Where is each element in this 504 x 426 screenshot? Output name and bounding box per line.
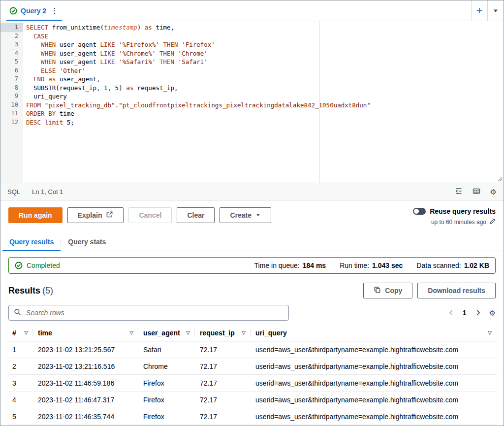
results-count: (5) [42,286,53,295]
line-number: 4 [0,49,23,58]
search-rows-input[interactable] [25,308,284,317]
table-toolbar: 1 ⚙ [8,305,496,321]
column-header-index[interactable]: #▽ [8,327,33,341]
metric-time-in-queue: Time in queue:184 ms [254,262,326,269]
query-tab[interactable]: Query 2 ⋮ [5,0,63,21]
reuse-results-toggle[interactable] [413,208,426,215]
table-row: 22023-11-02 13:21:16.516Chrome72.17useri… [8,358,497,375]
run-again-button[interactable]: Run again [8,207,63,223]
line-number: 12 [0,118,23,127]
copy-label: Copy [385,287,402,295]
pagination: 1 ⚙ [448,309,496,317]
line-number: 8 [0,84,23,93]
editor-language-label: SQL [7,188,20,196]
table-cell: 72.17 [195,408,251,425]
table-cell: 1 [8,341,33,358]
completed-icon [15,262,23,269]
table-cell: 2023-11-02 13:21:16.516 [33,358,138,375]
results-title: Results(5) [8,286,53,296]
create-dropdown-button[interactable]: Create [220,207,271,223]
current-page[interactable]: 1 [463,309,467,317]
external-link-icon [106,211,113,220]
table-cell: 2 [8,358,33,375]
line-number: 5 [0,58,23,66]
code-line: END as user_agent, [26,75,504,84]
metric-data-scanned: Data scanned:1.02 KB [416,262,489,269]
plus-icon: + [476,5,483,16]
table-cell: userid=aws_user&thirdpartyname=example.h… [251,408,497,425]
column-header-time[interactable]: time▽ [33,327,138,341]
table-row: 52023-11-02 11:46:35.744Firefox72.17user… [8,408,497,425]
sort-icon: ▽ [242,330,246,335]
chevron-down-icon [493,8,499,14]
tab-query-results[interactable]: Query results [2,238,61,251]
metric-label: Run time: [340,262,369,269]
next-page-button[interactable] [474,309,481,316]
format-query-button[interactable] [455,187,463,197]
format-icon [455,187,463,197]
explain-button[interactable]: Explain [67,207,124,223]
column-label: request_ip [200,329,235,337]
editor-resize-handle[interactable] [497,176,503,182]
code-line: FROM "pixel_tracking_db"."pt_cloudfrontp… [26,101,504,110]
print-margin-rule [319,21,320,183]
reuse-query-results: Reuse query results up to 60 minutes ago [413,207,496,226]
sort-icon: ▽ [186,330,190,335]
sort-icon: ▽ [488,330,492,335]
table-cell: userid=aws_user&thirdpartyname=example.h… [251,341,497,358]
new-query-button[interactable]: + [472,0,487,21]
column-header-uri-query[interactable]: uri_query▽ [251,327,497,341]
table-cell: userid=aws_user&thirdpartyname=example.h… [251,358,497,375]
column-label: time [38,329,52,337]
line-number: 3 [0,40,23,49]
edit-icon[interactable] [489,218,496,226]
table-cell: 72.17 [195,392,251,408]
caret-down-icon [255,211,261,219]
table-cell: Firefox [138,408,195,425]
results-tabs: Query results Query stats [0,233,504,251]
metric-value: 1.02 KB [464,262,489,269]
table-row: 12023-11-02 13:21:25.567Safari72.17useri… [8,341,497,358]
editor-toolbar-icons: ⚙ [455,187,497,197]
keyboard-shortcuts-button[interactable] [472,187,480,197]
cancel-button: Cancel [128,207,172,223]
metric-label: Time in queue: [254,262,300,269]
table-cell: 3 [8,375,33,392]
table-preferences-button[interactable]: ⚙ [489,309,496,317]
metric-value: 184 ms [303,262,326,269]
clear-button[interactable]: Clear [177,207,215,223]
query-tab-options-icon[interactable]: ⋮ [50,6,59,15]
code-line: WHEN user_agent LIKE '%Safari%' THEN 'Sa… [26,58,504,66]
line-number: 11 [0,109,23,118]
table-cell: Firefox [138,375,195,392]
query-metrics: Time in queue:184 ms Run time:1.043 sec … [254,262,489,269]
metric-label: Data scanned: [416,262,461,269]
table-cell: 4 [8,392,33,408]
column-label: user_agent [143,329,180,337]
query-tab-bar: Query 2 ⋮ + [0,0,504,21]
column-header-user-agent[interactable]: user_agent▽ [138,327,195,341]
code-line: WHEN user_agent LIKE '%Chrome%' THEN 'Ch… [26,49,504,58]
editor-status-bar: SQL Ln 1, Col 1 ⚙ [0,183,504,201]
gear-icon: ⚙ [489,309,496,317]
download-results-button[interactable]: Download results [417,283,496,298]
search-icon [14,308,21,318]
sql-editor[interactable]: 123456789101112 SELECT from_unixtime(tim… [0,21,504,183]
code-line: uri_query [26,92,504,101]
query-tab-label: Query 2 [21,7,46,15]
tab-query-stats[interactable]: Query stats [61,238,113,251]
line-number: 1 [0,23,23,32]
table-cell: 72.17 [195,341,251,358]
copy-button[interactable]: Copy [363,283,412,298]
table-cell: Firefox [138,392,195,408]
results-header: Results(5) Copy Download results [8,283,496,298]
table-cell: 72.17 [195,375,251,392]
column-header-request-ip[interactable]: request_ip▽ [195,327,251,341]
keyboard-icon [472,187,480,197]
previous-page-button[interactable] [448,309,455,316]
tab-list-dropdown-button[interactable] [488,0,504,21]
sort-icon: ▽ [129,330,133,335]
table-cell: 2023-11-02 13:21:25.567 [33,341,138,358]
reuse-duration-label: up to 60 minutes ago [431,219,486,226]
editor-settings-button[interactable]: ⚙ [490,188,497,196]
